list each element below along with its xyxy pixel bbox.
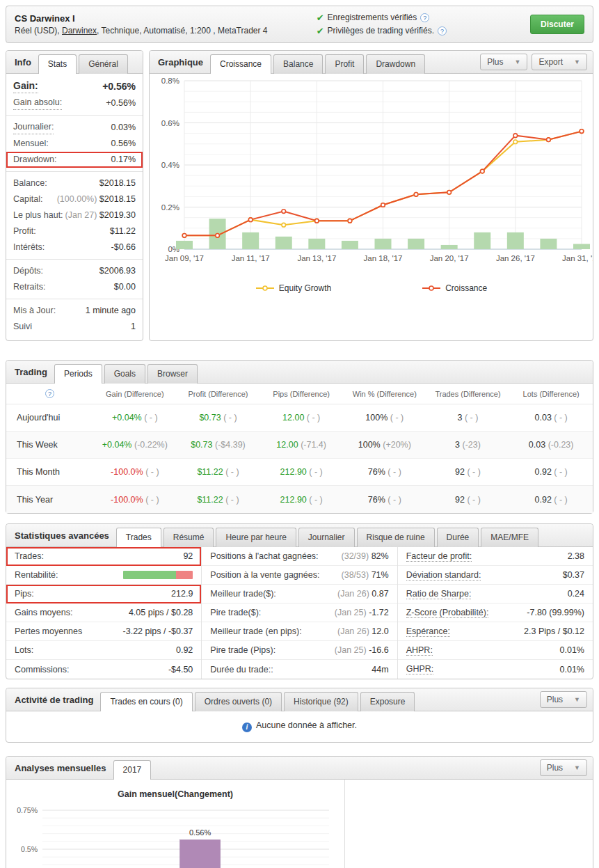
advanced-stats-panel: Statistiques avancées Trades Résumé Heur… (6, 523, 593, 679)
tab-open-orders[interactable]: Ordres ouverts (0) (195, 692, 282, 711)
divider (6, 171, 143, 172)
plus-dropdown[interactable]: Plus▼ (480, 54, 527, 70)
monthly-detail-area: Veuillez sélectionner un mois (344, 780, 593, 868)
tab-summary[interactable]: Résumé (163, 528, 214, 547)
monthly-value: 0.56% (111, 137, 136, 150)
tab-periods[interactable]: Periods (54, 364, 102, 384)
svg-text:Jan 20, '17: Jan 20, '17 (430, 254, 469, 262)
equity-label: Capital: (13, 193, 42, 206)
plus-dropdown[interactable]: Plus▼ (540, 759, 587, 776)
col-header-trades: Trades (Difference) (426, 390, 510, 398)
tab-history[interactable]: Historique (92) (284, 692, 358, 711)
tab-open-trades[interactable]: Trades en cours (0) (100, 692, 192, 711)
plus-dropdown[interactable]: Plus▼ (540, 691, 587, 708)
tab-stats[interactable]: Stats (38, 54, 77, 74)
info-row-profit: Profit: $11.22 (6, 223, 143, 239)
abs-gain-value: +0.56% (106, 97, 136, 110)
help-icon[interactable]: ? (438, 26, 447, 35)
profit-label: Profit: (13, 225, 36, 238)
trading-panel-header: Trading Periods Goals Browser (6, 361, 593, 384)
divider (6, 259, 143, 260)
table-header-row: ? Gain (Difference) Profit (Difference) … (6, 384, 593, 404)
chevron-down-icon: ▼ (574, 58, 580, 65)
activity-empty-state: iAucune donnée à afficher. (6, 711, 593, 742)
table-cell: 100% (+20%) (343, 440, 426, 450)
table-cell: -100.0% ( - ) (93, 467, 177, 477)
stat-row-trade-length: Durée du trade::44m (202, 660, 397, 679)
info-panel: Info Stats Général Gain: +0.56% Gain abs… (6, 50, 143, 341)
table-cell: 92 ( - ) (426, 495, 510, 505)
row-label: This Month (6, 467, 93, 477)
monthly-chart-svg: 0%0.25%0.5%0.75%0.56%Jan 2017 (6, 800, 339, 868)
table-row: This Month -100.0% ( - ) $11.22 ( - ) 21… (6, 459, 593, 486)
stat-row-pips: Pips:212.9 (6, 585, 201, 603)
balance-value: $2018.15 (99, 177, 136, 190)
verify-privileges-label: Privilèges de trading vérifiés. (328, 24, 434, 38)
growth-chart[interactable]: 0%0.2%0.4%0.6%0.8%Jan 09, '17Jan 11, '17… (150, 74, 593, 279)
stat-row-zscore: Z-Score (Probabilité):-7.80 (99.99%) (398, 603, 593, 622)
balance-label: Balance: (13, 177, 47, 190)
help-icon[interactable]: ? (420, 13, 429, 22)
info-panel-header: Info Stats Général (6, 51, 143, 74)
check-icon: ✔ (317, 11, 324, 24)
tab-daily[interactable]: Journalier (298, 528, 355, 547)
tab-general[interactable]: Général (79, 54, 128, 74)
table-row: This Week +0.04% (-0.22%) $0.73 (-$4.39)… (6, 432, 593, 459)
tab-browser[interactable]: Browser (147, 364, 198, 384)
account-title: CS Darwinex I (15, 13, 268, 24)
table-cell: 0.03 (-0.23) (509, 440, 593, 450)
monthly-chart-area[interactable]: Gain mensuel(Changement) 0%0.25%0.5%0.75… (6, 780, 344, 868)
drawdown-value: 0.17% (111, 153, 136, 166)
table-cell: $11.22 ( - ) (177, 495, 260, 505)
tab-mae-mfe[interactable]: MAE/MFE (481, 528, 538, 547)
tab-goals[interactable]: Goals (104, 364, 145, 384)
help-icon[interactable]: ? (45, 389, 54, 398)
tab-exposure[interactable]: Exposure (360, 692, 415, 711)
chevron-down-icon: ▼ (574, 696, 580, 703)
daily-value: 0.03% (111, 121, 136, 134)
stat-row-trades: Trades:92 (6, 547, 201, 566)
stat-row-longs-won: Positions à l'achat gagnées:(32/39) 82% (202, 547, 397, 566)
legend-equity-growth[interactable]: Equity Growth (255, 283, 331, 293)
tracking-value: 1 (131, 320, 136, 333)
equity-value: (100.00%) $2018.15 (57, 193, 136, 206)
stat-row-lots: Lots:0.92 (6, 641, 201, 660)
svg-text:0.6%: 0.6% (161, 119, 179, 127)
trading-panel-title: Trading (12, 361, 54, 383)
broker-link[interactable]: Darwinex (62, 26, 97, 35)
svg-text:0.75%: 0.75% (17, 806, 38, 814)
verification-block: ✔ Enregistrements vérifiés ? ✔ Privilège… (317, 11, 447, 38)
profitability-bar-win (123, 571, 176, 579)
stats-col-2: Positions à l'achat gagnées:(32/39) 82% … (201, 547, 397, 679)
tab-2017[interactable]: 2017 (113, 760, 152, 780)
account-subtitle-post: , Technique, Automatisé, 1:200 , MetaTra… (97, 26, 267, 35)
tab-balance[interactable]: Balance (273, 54, 323, 74)
stat-row-best-trade-usd: Meilleur trade($):(Jan 26) 0.87 (202, 585, 397, 603)
tab-duration[interactable]: Durée (437, 528, 479, 547)
tab-hourly[interactable]: Heure par heure (216, 528, 296, 547)
tab-risk-of-ruin[interactable]: Risque de ruine (357, 528, 435, 547)
discuss-button[interactable]: Discuter (530, 15, 584, 34)
tab-growth[interactable]: Croissance (210, 54, 271, 74)
info-row-interest: Intérêts: -$0.66 (6, 239, 143, 255)
col-header-lots: Lots (Difference) (509, 390, 593, 398)
legend-croissance[interactable]: Croissance (422, 283, 487, 293)
tab-profit[interactable]: Profit (325, 54, 364, 74)
deposits-label: Dépôts: (13, 265, 43, 278)
tab-trades[interactable]: Trades (116, 528, 161, 547)
row-label: This Year (6, 495, 93, 505)
table-cell: 3 (-23) (426, 440, 510, 450)
svg-text:Jan 09, '17: Jan 09, '17 (165, 254, 204, 262)
table-cell: +0.04% (-0.22%) (93, 440, 177, 450)
info-panel-body: Gain: +0.56% Gain absolu: +0.56% Journal… (6, 74, 143, 340)
stats-columns: Trades:92 Rentabilité: Pips:212.9 Gains … (6, 547, 593, 679)
stats-col-1: Trades:92 Rentabilité: Pips:212.9 Gains … (6, 547, 201, 679)
col-header-gain: Gain (Difference) (93, 390, 177, 398)
gain-label: Gain: (13, 79, 38, 93)
info-panel-title: Info (12, 52, 38, 73)
col-header-profit: Profit (Difference) (177, 390, 260, 398)
tab-drawdown[interactable]: Drawdown (366, 54, 425, 74)
export-dropdown[interactable]: Export▼ (532, 54, 587, 70)
info-row-withdrawals: Retraits: $0.00 (6, 279, 143, 295)
growth-chart-svg: 0%0.2%0.4%0.6%0.8%Jan 09, '17Jan 11, '17… (150, 74, 593, 277)
